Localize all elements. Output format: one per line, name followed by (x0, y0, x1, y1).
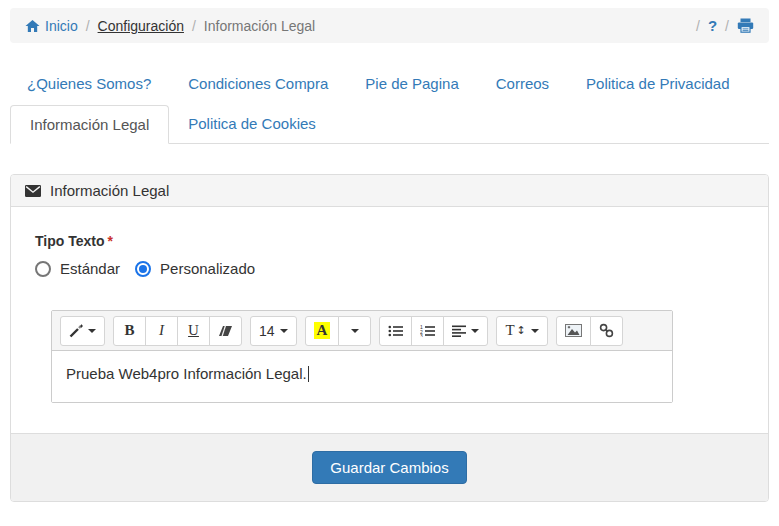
paragraph-group: 1 2 3 (379, 316, 488, 346)
panel-footer: Guardar Cambios (11, 433, 768, 501)
panel-body: Tipo Texto* Estándar Personalizado (11, 207, 768, 433)
font-size-value: 14 (259, 323, 275, 339)
italic-label: I (159, 322, 164, 339)
style-group (60, 316, 105, 346)
insert-group (556, 316, 623, 346)
magic-wand-icon (69, 324, 83, 338)
field-label-text: Tipo Texto (35, 233, 104, 249)
insert-image-button[interactable] (556, 316, 591, 346)
radio-unchecked-icon[interactable] (35, 261, 51, 277)
chevron-down-icon (471, 329, 479, 333)
breadcrumb-separator: / (696, 18, 700, 34)
informacion-legal-panel: Información Legal Tipo Texto* Estándar P… (10, 174, 769, 502)
chevron-down-icon (88, 329, 96, 333)
updown-arrow-icon: ↕ (517, 324, 526, 337)
radio-option-personalizado[interactable]: Personalizado (135, 260, 255, 277)
breadcrumb-current: Información Legal (204, 18, 315, 34)
list-ul-icon (388, 325, 403, 337)
line-height-dropdown[interactable]: T ↕ (496, 316, 547, 346)
insert-link-button[interactable] (590, 316, 623, 346)
font-color-group: A (305, 316, 372, 346)
chevron-down-icon (280, 329, 288, 333)
line-height-letter: T (505, 322, 514, 339)
underline-label: U (188, 322, 199, 339)
field-label: Tipo Texto* (35, 233, 744, 249)
chevron-down-icon (351, 329, 359, 333)
tab-politica-cookies[interactable]: Politica de Cookies (169, 105, 335, 144)
font-size-dropdown[interactable]: 14 (250, 316, 297, 346)
eraser-icon (218, 325, 233, 337)
editor-content-area[interactable]: Prueba Web4pro Información Legal. (52, 351, 672, 402)
breadcrumb-home-label: Inicio (45, 18, 78, 34)
breadcrumb-config-link[interactable]: Configuración (98, 18, 184, 34)
breadcrumb-separator: / (725, 18, 729, 34)
radio-checked-icon[interactable] (135, 261, 151, 277)
italic-button[interactable]: I (145, 316, 178, 346)
save-button[interactable]: Guardar Cambios (312, 451, 466, 484)
align-left-icon (452, 325, 466, 337)
home-icon (25, 19, 40, 33)
bold-button[interactable]: B (113, 316, 146, 346)
style-dropdown-button[interactable] (60, 316, 105, 346)
radio-option-estandar[interactable]: Estándar (35, 260, 120, 277)
breadcrumb-home-link[interactable]: Inicio (25, 18, 78, 34)
paragraph-align-dropdown[interactable] (443, 316, 488, 346)
envelope-icon (25, 185, 41, 197)
font-size-group: 14 (250, 316, 297, 346)
text-height-icon: T ↕ (505, 322, 525, 339)
tab-politica-privacidad[interactable]: Politica de Privacidad (586, 75, 729, 92)
tab-condiciones-compra[interactable]: Condiciones Compra (188, 75, 328, 92)
panel-title: Información Legal (50, 182, 169, 199)
font-color-dropdown[interactable] (338, 316, 371, 346)
ordered-list-button[interactable]: 1 2 3 (411, 316, 444, 346)
required-asterisk: * (107, 233, 112, 249)
breadcrumb: Inicio / Configuración / Información Leg… (10, 8, 769, 43)
rich-text-editor: B I U (51, 310, 673, 403)
breadcrumb-separator: / (86, 18, 90, 34)
radio-group-tipo-texto: Estándar Personalizado (35, 260, 744, 277)
breadcrumb-separator: / (192, 18, 196, 34)
list-ol-icon: 1 2 3 (420, 325, 435, 337)
unordered-list-button[interactable] (379, 316, 412, 346)
underline-button[interactable]: U (177, 316, 210, 346)
tab-row-nav: Información Legal Politica de Cookies (10, 105, 769, 144)
tab-pie-de-pagina[interactable]: Pie de Pagina (365, 75, 458, 92)
font-color-button[interactable]: A (305, 316, 340, 346)
link-icon (599, 323, 614, 338)
editor-toolbar: B I U (52, 311, 672, 351)
tab-quienes-somos[interactable]: ¿Quienes Somos? (27, 75, 151, 92)
panel-header: Información Legal (11, 175, 768, 207)
editor-text: Prueba Web4pro Información Legal. (66, 365, 307, 382)
bold-label: B (124, 322, 134, 339)
tab-row-links: ¿Quienes Somos? Condiciones Compra Pie d… (27, 75, 769, 92)
svg-text:3: 3 (420, 333, 423, 337)
image-icon (565, 324, 582, 337)
tab-informacion-legal[interactable]: Información Legal (10, 105, 169, 144)
printer-icon[interactable] (737, 18, 754, 33)
radio-label: Estándar (60, 260, 120, 277)
tab-correos[interactable]: Correos (496, 75, 549, 92)
font-color-letter: A (314, 322, 331, 339)
chevron-down-icon (531, 329, 539, 333)
text-cursor (308, 366, 309, 382)
radio-label: Personalizado (160, 260, 255, 277)
clear-format-button[interactable] (209, 316, 242, 346)
line-height-group: T ↕ (496, 316, 547, 346)
help-icon[interactable]: ? (708, 17, 717, 34)
font-style-group: B I U (113, 316, 242, 346)
